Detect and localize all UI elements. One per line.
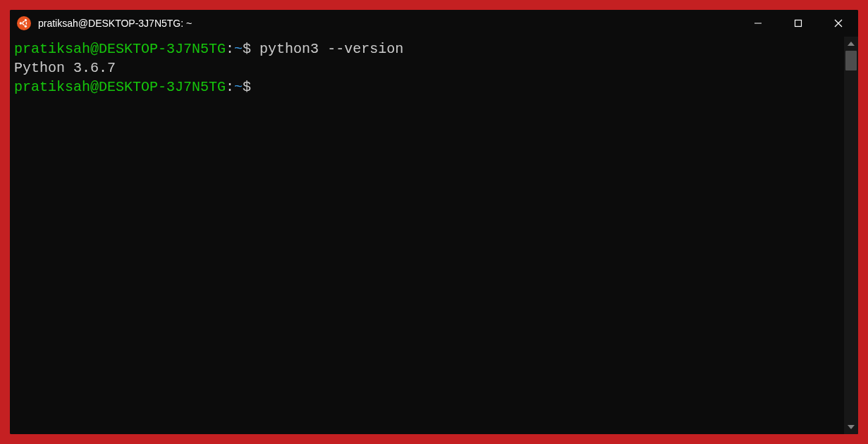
svg-rect-4 [795, 20, 801, 27]
prompt-dollar: $ [243, 41, 251, 57]
prompt-user: pratiksah@DESKTOP-3J7N5TG [14, 41, 226, 57]
prompt-colon: : [226, 79, 234, 95]
minimize-button[interactable] [738, 10, 778, 37]
scrollbar-up-arrow[interactable] [844, 37, 858, 51]
scrollbar-thumb[interactable] [845, 51, 857, 70]
svg-point-2 [25, 25, 27, 27]
scrollbar[interactable] [844, 37, 858, 434]
close-button[interactable] [818, 10, 858, 37]
prompt-dollar: $ [243, 79, 251, 95]
maximize-button[interactable] [778, 10, 818, 37]
terminal-window: pratiksah@DESKTOP-3J7N5TG: ~ pra [10, 10, 858, 434]
prompt-user: pratiksah@DESKTOP-3J7N5TG [14, 79, 226, 95]
scrollbar-track[interactable] [844, 51, 858, 420]
output-text: Python 3.6.7 [14, 60, 116, 76]
titlebar-left: pratiksah@DESKTOP-3J7N5TG: ~ [10, 16, 738, 30]
ubuntu-icon [17, 16, 31, 30]
titlebar[interactable]: pratiksah@DESKTOP-3J7N5TG: ~ [10, 10, 858, 37]
prompt-path: ~ [234, 79, 243, 95]
window-title: pratiksah@DESKTOP-3J7N5TG: ~ [38, 18, 192, 29]
svg-point-0 [20, 22, 22, 24]
prompt-colon: : [226, 41, 234, 57]
terminal-content[interactable]: pratiksah@DESKTOP-3J7N5TG:~$ python3 --v… [10, 37, 844, 434]
command-text: python3 --version [251, 41, 403, 57]
prompt-path: ~ [234, 41, 243, 57]
scrollbar-down-arrow[interactable] [844, 420, 858, 434]
window-controls [738, 10, 858, 37]
svg-point-1 [25, 19, 27, 21]
terminal-body: pratiksah@DESKTOP-3J7N5TG:~$ python3 --v… [10, 37, 858, 434]
